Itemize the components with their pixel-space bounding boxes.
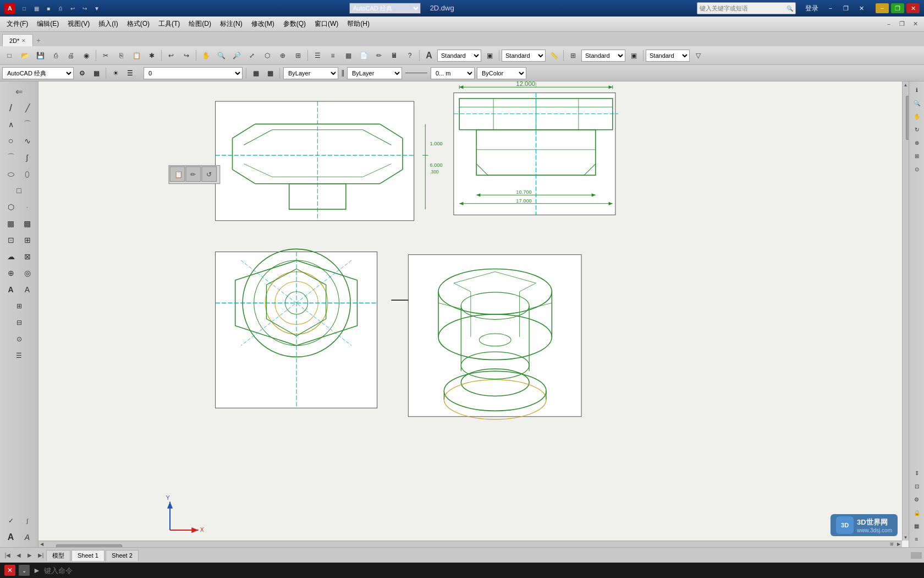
tb-zoomprev-btn[interactable]: ⬡ bbox=[260, 48, 274, 63]
close-cmdbar-btn[interactable]: ✕ bbox=[4, 565, 15, 576]
rp-navswheel-btn[interactable]: ⊙ bbox=[911, 163, 923, 175]
layout-tab-sheet2[interactable]: Sheet 2 bbox=[106, 550, 139, 561]
doc-tab-2d[interactable]: 2D* ✕ bbox=[2, 34, 33, 46]
lt-line-btn[interactable]: / bbox=[3, 100, 19, 116]
linetype-selector[interactable]: ByLayer bbox=[347, 67, 402, 79]
tb-properties-btn[interactable]: ☰ bbox=[310, 48, 324, 63]
tb-printpreview-btn[interactable]: 🖨 bbox=[64, 48, 78, 63]
workspace-dropdown[interactable]: AutoCAD 经典 bbox=[2, 67, 74, 79]
app-logo[interactable]: A bbox=[4, 3, 15, 14]
qa-save-btn[interactable]: ■ bbox=[43, 3, 54, 14]
layout-tab-sheet1[interactable]: Sheet 1 bbox=[72, 550, 105, 561]
lt-polygon-btn[interactable]: ⬡ bbox=[3, 199, 19, 215]
qa-undo-btn[interactable]: ↩ bbox=[67, 3, 78, 14]
lt-cloud-btn[interactable]: ☁ bbox=[3, 249, 19, 264]
canvas-area[interactable]: 1.000 6.000 .300 12.000 bbox=[38, 81, 909, 547]
command-input[interactable] bbox=[44, 566, 920, 575]
lt-construct-btn[interactable]: ╱ bbox=[20, 100, 35, 116]
tb-open-btn[interactable]: 📂 bbox=[18, 48, 32, 63]
rp-viewcube-btn[interactable]: ⊞ bbox=[911, 150, 923, 162]
rp-lock-btn[interactable]: 🔒 bbox=[911, 506, 923, 519]
tb-zoomin-btn[interactable]: 🔍 bbox=[214, 48, 228, 63]
tb-dimstyle-btn[interactable]: 📏 bbox=[547, 48, 561, 63]
layer-selector[interactable]: 0 bbox=[144, 67, 243, 79]
rp-workspace-btn[interactable]: ⚙ bbox=[911, 493, 923, 505]
workspace-settings-btn[interactable]: ⚙ bbox=[76, 67, 88, 79]
tb-publish-btn[interactable]: ◉ bbox=[79, 48, 94, 63]
inner-minimize-btn[interactable]: − bbox=[824, 3, 837, 13]
qa-redo-btn[interactable]: ↪ bbox=[79, 3, 90, 14]
lt-hatch-btn[interactable]: ▦ bbox=[3, 216, 19, 231]
menu-view[interactable]: 视图(V) bbox=[63, 18, 94, 30]
layout-nav-first[interactable]: |◀ bbox=[2, 550, 13, 561]
lt-mtext2-btn[interactable]: A bbox=[3, 530, 19, 545]
new-tab-btn[interactable]: ＋ bbox=[33, 34, 44, 46]
tb-designcenter-btn[interactable]: ≡ bbox=[326, 48, 340, 63]
menu-modify[interactable]: 修改(M) bbox=[247, 18, 279, 30]
tb-matchprop-btn[interactable]: ✱ bbox=[145, 48, 159, 63]
layer-freeze-btn[interactable]: ☀ bbox=[109, 67, 122, 79]
tb-copy-btn[interactable]: ⎘ bbox=[114, 48, 128, 63]
lt-layerprops-btn[interactable]: ☰ bbox=[12, 348, 27, 363]
tb-help-btn[interactable]: ? bbox=[403, 48, 417, 63]
menu-draw[interactable]: 绘图(D) bbox=[184, 18, 216, 30]
menu-params[interactable]: 参数(Q) bbox=[279, 18, 310, 30]
lt-wipeout-btn[interactable]: ⊠ bbox=[20, 249, 35, 264]
lt-region-btn[interactable]: ⊞ bbox=[20, 232, 35, 248]
layout-nav-next[interactable]: ▶ bbox=[24, 550, 35, 561]
lt-snap-btn[interactable]: ✓ bbox=[3, 513, 19, 528]
plotstyle-selector[interactable]: ByColor bbox=[477, 67, 526, 79]
dim-style-selector[interactable]: Standard bbox=[502, 50, 546, 62]
expand-cmdbar-btn[interactable]: ⌄ bbox=[19, 565, 30, 576]
vscroll-thumb[interactable] bbox=[906, 96, 909, 140]
menu-file[interactable]: 文件(F) bbox=[2, 18, 32, 30]
rp-zoom-btn[interactable]: 🔍 bbox=[911, 97, 923, 109]
tb-textstyle-btn[interactable]: ▣ bbox=[482, 48, 497, 63]
rp-hardware-btn[interactable]: ▦ bbox=[911, 520, 923, 532]
lt-boundary-btn[interactable]: ⊡ bbox=[3, 232, 19, 248]
workspace-icon-btn[interactable]: ▦ bbox=[90, 67, 102, 79]
minimize-btn[interactable]: − bbox=[876, 3, 889, 13]
tb-save-btn[interactable]: 💾 bbox=[33, 48, 47, 63]
lt-ellipse-btn[interactable]: ⬭ bbox=[3, 166, 19, 182]
lt-rect-btn[interactable]: □ bbox=[12, 183, 27, 198]
rp-move-btn[interactable]: ⇕ bbox=[911, 467, 923, 479]
search-bar[interactable]: 🔍 bbox=[697, 2, 796, 14]
tab-area-resize[interactable] bbox=[911, 552, 922, 559]
qa-open-btn[interactable]: ▦ bbox=[31, 3, 42, 14]
tb-new-btn[interactable]: □ bbox=[2, 48, 16, 63]
rp-infocenter-btn[interactable]: ℹ bbox=[911, 84, 923, 96]
tb-redo-btn[interactable]: ↪ bbox=[179, 48, 194, 63]
tb-calc-btn[interactable]: 🖩 bbox=[387, 48, 402, 63]
layer-freeze-all-btn[interactable]: ▦ bbox=[264, 67, 276, 79]
scroll-right-btn[interactable]: ▶ bbox=[895, 541, 902, 548]
layer-props-btn[interactable]: ▦ bbox=[250, 67, 262, 79]
tab-close-btn[interactable]: ✕ bbox=[21, 38, 26, 43]
lt-mtext3-btn[interactable]: A bbox=[20, 530, 35, 545]
multileader-style-selector[interactable]: Standard bbox=[646, 50, 690, 62]
lt-polyline-btn[interactable]: ∧ bbox=[3, 117, 19, 132]
qa-dropdown-btn[interactable]: ▼ bbox=[91, 3, 102, 14]
tb-sheetset-btn[interactable]: 📄 bbox=[356, 48, 371, 63]
scroll-left-btn[interactable]: ◀ bbox=[38, 541, 45, 548]
layout-nav-last[interactable]: ▶| bbox=[35, 550, 46, 561]
text-style-selector[interactable]: Standard bbox=[437, 50, 481, 62]
lt-singletext-btn[interactable]: A bbox=[20, 282, 35, 297]
qa-new-btn[interactable]: □ bbox=[19, 3, 30, 14]
rp-pan-btn[interactable]: ✋ bbox=[911, 110, 923, 122]
vertical-scrollbar[interactable]: ▲ ▼ bbox=[902, 81, 909, 541]
tb-zoom-btn[interactable]: ⊞ bbox=[291, 48, 305, 63]
search-input[interactable] bbox=[700, 5, 787, 12]
lt-insert-btn[interactable]: ⊞ bbox=[12, 298, 27, 314]
menu-window[interactable]: 窗口(W) bbox=[310, 18, 343, 30]
rp-toolbar-btn[interactable]: ≡ bbox=[911, 533, 923, 545]
tb-markup-btn[interactable]: ✏ bbox=[372, 48, 386, 63]
tb-cut-btn[interactable]: ✂ bbox=[98, 48, 113, 63]
layer-states-btn[interactable]: ☰ bbox=[124, 67, 136, 79]
mdi-close-btn[interactable]: ✕ bbox=[909, 19, 922, 29]
tb-toolpalette-btn[interactable]: ▦ bbox=[341, 48, 355, 63]
drawing-canvas[interactable]: 1.000 6.000 .300 12.000 bbox=[38, 81, 909, 547]
search-icon[interactable]: 🔍 bbox=[787, 6, 793, 12]
qa-plot-btn[interactable]: ⎙ bbox=[55, 3, 66, 14]
menu-tools[interactable]: 工具(T) bbox=[154, 18, 184, 30]
